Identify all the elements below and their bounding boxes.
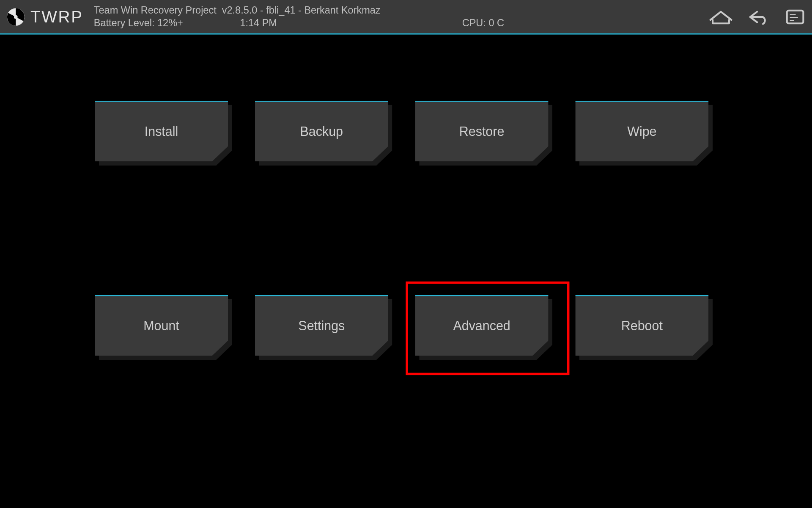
- header-info: Team Win Recovery Project v2.8.5.0 - fbl…: [94, 4, 504, 30]
- twrp-logo-icon: [6, 7, 26, 27]
- main-menu: Install Backup Restore Wipe Mount Settin…: [0, 35, 812, 508]
- reboot-button[interactable]: Reboot: [575, 295, 708, 356]
- cpu-temp: CPU: 0 C: [462, 17, 504, 29]
- title-line: Team Win Recovery Project v2.8.5.0 - fbl…: [94, 4, 504, 17]
- button-label: Settings: [298, 318, 345, 334]
- log-icon[interactable]: [785, 8, 805, 25]
- settings-button[interactable]: Settings: [255, 295, 388, 356]
- svg-rect-2: [787, 10, 804, 23]
- button-label: Backup: [300, 124, 343, 139]
- header-bar: TWRP Team Win Recovery Project v2.8.5.0 …: [0, 0, 812, 33]
- clock-time: 1:14 PM: [240, 17, 462, 29]
- wipe-button[interactable]: Wipe: [575, 101, 708, 162]
- advanced-button[interactable]: Advanced: [415, 295, 549, 356]
- battery-level: Battery Level: 12%+: [94, 17, 240, 29]
- back-icon[interactable]: [746, 8, 772, 25]
- button-label: Install: [145, 124, 178, 139]
- button-label: Advanced: [453, 318, 510, 334]
- backup-button[interactable]: Backup: [255, 101, 388, 162]
- logo: TWRP: [6, 7, 83, 27]
- logo-text: TWRP: [30, 7, 83, 26]
- install-button[interactable]: Install: [95, 101, 228, 162]
- svg-point-1: [14, 15, 18, 19]
- button-label: Reboot: [621, 318, 663, 334]
- restore-button[interactable]: Restore: [415, 101, 549, 162]
- button-label: Mount: [143, 318, 179, 334]
- home-icon[interactable]: [708, 8, 734, 25]
- button-label: Wipe: [627, 124, 656, 139]
- button-label: Restore: [459, 124, 505, 139]
- mount-button[interactable]: Mount: [95, 295, 228, 356]
